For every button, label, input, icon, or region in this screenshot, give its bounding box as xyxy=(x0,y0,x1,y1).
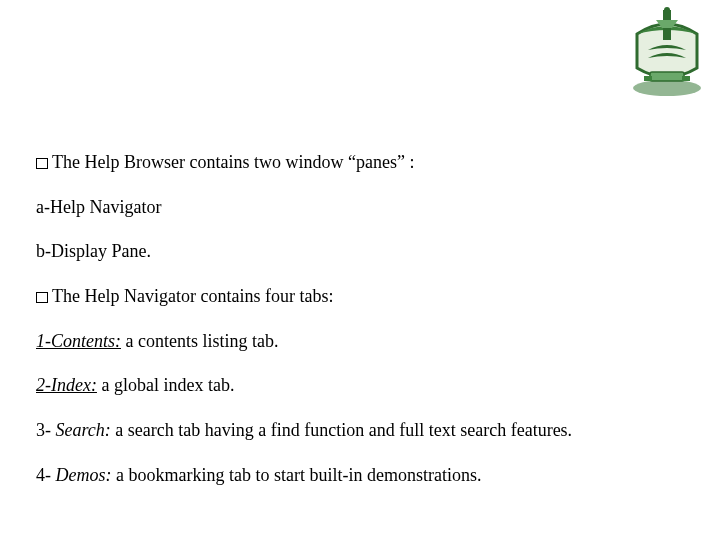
label-index: 2-Index: xyxy=(36,375,97,395)
desc-demos: a bookmarking tab to start built-in demo… xyxy=(112,465,482,485)
desc-contents: a contents listing tab. xyxy=(121,331,278,351)
slide-body: The Help Browser contains two window “pa… xyxy=(36,152,690,510)
num-demos: 4- xyxy=(36,465,56,485)
line-four-tabs-intro: The Help Navigator contains four tabs: xyxy=(36,286,690,307)
line-demos: 4- Demos: a bookmarking tab to start bui… xyxy=(36,465,690,486)
svg-rect-5 xyxy=(682,76,690,81)
line-help-navigator: a-Help Navigator xyxy=(36,197,690,218)
desc-search: a search tab having a find function and … xyxy=(111,420,572,440)
label-contents: 1-Contents: xyxy=(36,331,121,351)
line-display-pane: b-Display Pane. xyxy=(36,241,690,262)
svg-point-2 xyxy=(664,7,670,13)
text-four-tabs-intro: The Help Navigator contains four tabs: xyxy=(52,286,333,306)
square-bullet-icon xyxy=(36,158,48,169)
label-search: Search: xyxy=(56,420,111,440)
svg-rect-3 xyxy=(650,72,684,81)
line-search: 3- Search: a search tab having a find fu… xyxy=(36,420,690,441)
line-contents: 1-Contents: a contents listing tab. xyxy=(36,331,690,352)
line-index: 2-Index: a global index tab. xyxy=(36,375,690,396)
label-demos: Demos: xyxy=(56,465,112,485)
square-bullet-icon xyxy=(36,292,48,303)
svg-rect-4 xyxy=(644,76,652,81)
line-panes-intro: The Help Browser contains two window “pa… xyxy=(36,152,690,173)
svg-point-0 xyxy=(633,80,701,96)
text-panes-intro: The Help Browser contains two window “pa… xyxy=(52,152,414,172)
num-search: 3- xyxy=(36,420,56,440)
desc-index: a global index tab. xyxy=(97,375,234,395)
university-crest-logo xyxy=(626,6,708,98)
